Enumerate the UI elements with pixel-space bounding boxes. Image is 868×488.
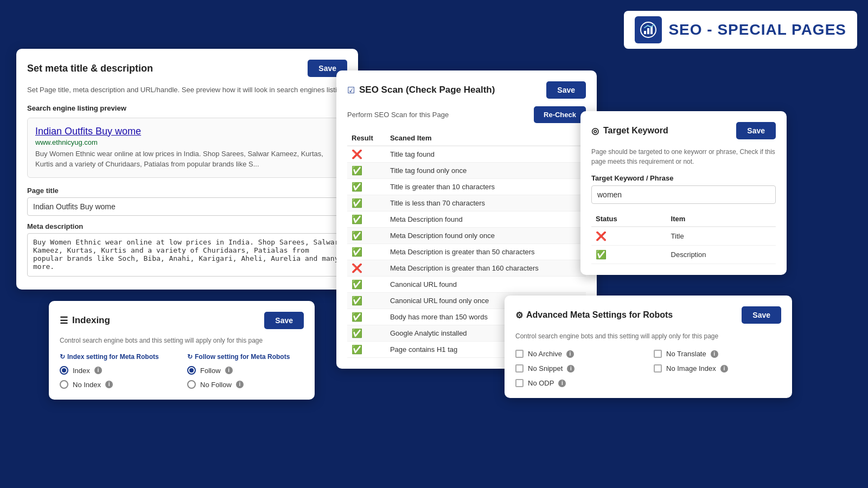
indexing-columns: ↻ Index setting for Meta Robots Index i …: [60, 353, 304, 389]
index-col-title: ↻ Index setting for Meta Robots: [60, 353, 176, 361]
scan-status-icon: ✅: [347, 309, 386, 325]
index-col: ↻ Index setting for Meta Robots Index i …: [60, 353, 176, 389]
success-icon: ✅: [352, 231, 362, 240]
radio-noindex-label: No Index: [73, 381, 101, 389]
list-icon: ☰: [60, 315, 68, 326]
success-icon: ✅: [352, 345, 362, 354]
gear-icon: ⚙: [515, 310, 523, 320]
no-image-index-label: No Image Index: [666, 364, 716, 373]
kw-item-label: Description: [667, 246, 776, 264]
scan-item-label: Title tag found only once: [386, 163, 586, 179]
scan-status-icon: ❌: [347, 260, 386, 277]
kw-status-icon: ✅: [591, 246, 667, 264]
scan-status-icon: ✅: [347, 228, 386, 244]
scan-status-icon: ✅: [347, 195, 386, 211]
error-icon: ❌: [352, 150, 362, 159]
card-meta-header: Set meta title & description Save: [27, 60, 347, 77]
radio-nofollow[interactable]: No Follow i: [187, 380, 304, 389]
success-icon: ✅: [352, 280, 362, 289]
success-icon: ✅: [352, 312, 362, 322]
card-advanced-meta: ⚙ Advanced Meta Settings for Robots Save…: [505, 296, 792, 398]
scan-save-button[interactable]: Save: [546, 81, 586, 99]
search-preview-box: Indian Outfits Buy wome www.ethnicyug.co…: [27, 118, 347, 178]
adv-no-archive[interactable]: No Archive i: [515, 350, 643, 358]
keyword-input[interactable]: [591, 185, 776, 204]
no-translate-checkbox: [654, 350, 662, 358]
index-radio-group: Index i No Index i: [60, 366, 176, 389]
scan-item-label: Title tag found: [386, 146, 586, 163]
no-snippet-label: No Snippet: [528, 364, 563, 373]
indexing-header: ☰ Indexing Save: [60, 312, 304, 329]
preview-title: Indian Outfits Buy wome: [35, 126, 339, 137]
scan-status-icon: ✅: [347, 211, 386, 228]
no-odp-label: No ODP: [528, 379, 554, 387]
scan-table-row: ✅Title tag found only once: [347, 163, 586, 179]
radio-index[interactable]: Index i: [60, 366, 176, 375]
seo-chart-icon: [640, 21, 657, 38]
meta-description-label: Meta description: [27, 222, 347, 230]
kw-table-row: ❌Title: [591, 227, 776, 246]
success-icon: ✅: [352, 296, 362, 305]
scan-title-text: SEO Scan (Check Page Health): [359, 85, 495, 95]
follow-col: ↻ Follow setting for Meta Robots Follow …: [187, 353, 304, 389]
scan-table-row: ❌Meta Description is greater than 160 ch…: [347, 260, 586, 277]
follow-info-icon: i: [225, 367, 233, 374]
follow-radio-group: Follow i No Follow i: [187, 366, 304, 389]
indexing-title-text: Indexing: [72, 315, 110, 326]
no-image-index-info-icon: i: [720, 365, 728, 373]
kw-status-icon: ❌: [591, 227, 667, 246]
radio-nofollow-circle: [187, 380, 196, 389]
card-meta-title-text: Set meta title & description: [27, 63, 153, 74]
indexing-title-group: ☰ Indexing: [60, 315, 110, 326]
scan-table-row: ✅Title is greater than 10 characters: [347, 179, 586, 195]
page-title-input[interactable]: [27, 197, 347, 216]
radio-index-circle: [60, 366, 68, 375]
radio-follow[interactable]: Follow i: [187, 366, 304, 375]
svg-rect-1: [644, 31, 646, 34]
scan-item-label: Title is less than 70 characters: [386, 195, 586, 211]
meta-description-textarea[interactable]: Buy Women Ethnic wear online at low pric…: [27, 233, 347, 277]
keyword-save-button[interactable]: Save: [736, 122, 776, 139]
page-title-label: Page title: [27, 187, 347, 195]
adv-no-odp[interactable]: No ODP i: [515, 379, 643, 387]
adv-no-snippet[interactable]: No Snippet i: [515, 364, 643, 373]
adv-no-translate[interactable]: No Translate i: [654, 350, 781, 358]
nofollow-info-icon: i: [236, 381, 244, 388]
advanced-header: ⚙ Advanced Meta Settings for Robots Save: [515, 306, 781, 324]
scan-status-icon: ✅: [347, 244, 386, 260]
scan-item-label: Canonical URL found: [386, 277, 586, 293]
scan-item-label: Meta Description is greater than 50 char…: [386, 244, 586, 260]
radio-follow-circle: [187, 366, 196, 375]
follow-col-title: ↻ Follow setting for Meta Robots: [187, 353, 304, 361]
error-icon: ❌: [352, 264, 362, 273]
scan-table-row: ✅Meta Description is greater than 50 cha…: [347, 244, 586, 260]
adv-no-image-index[interactable]: No Image Index i: [654, 364, 781, 373]
header-icon-box: [635, 16, 662, 43]
scan-status-icon: ✅: [347, 342, 386, 358]
scan-item-label: Meta Description found: [386, 211, 586, 228]
index-info-icon: i: [94, 367, 102, 374]
scan-item-label: Meta Description found only once: [386, 228, 586, 244]
recheck-button[interactable]: Re-Check: [534, 106, 586, 123]
preview-description: Buy Women Ethnic wear online at low pric…: [35, 149, 339, 170]
advanced-save-button[interactable]: Save: [742, 306, 781, 324]
keyword-results-table: Status Item ❌Title✅Description: [591, 211, 776, 264]
no-odp-checkbox: [515, 379, 524, 387]
col-result: Result: [347, 131, 386, 146]
no-archive-label: No Archive: [528, 350, 562, 358]
target-icon: ◎: [591, 126, 599, 136]
radio-nofollow-label: No Follow: [200, 381, 232, 389]
success-icon: ✅: [352, 182, 362, 191]
no-image-index-checkbox: [654, 364, 662, 373]
preview-url: www.ethnicyug.com: [35, 138, 339, 146]
indexing-desc-text: Control search engine bots and this sett…: [60, 337, 304, 344]
scan-table-row: ✅Canonical URL found: [347, 277, 586, 293]
meta-description-text: Set Page title, meta description and URL…: [27, 85, 347, 95]
scan-title-group: ☑ SEO Scan (Check Page Health): [347, 85, 495, 95]
noindex-info-icon: i: [105, 381, 113, 388]
scan-status-icon: ✅: [347, 163, 386, 179]
radio-noindex[interactable]: No Index i: [60, 380, 176, 389]
preview-label: Search engine listing preview: [27, 104, 347, 112]
indexing-save-button[interactable]: Save: [264, 312, 304, 329]
error-icon: ❌: [596, 232, 607, 241]
